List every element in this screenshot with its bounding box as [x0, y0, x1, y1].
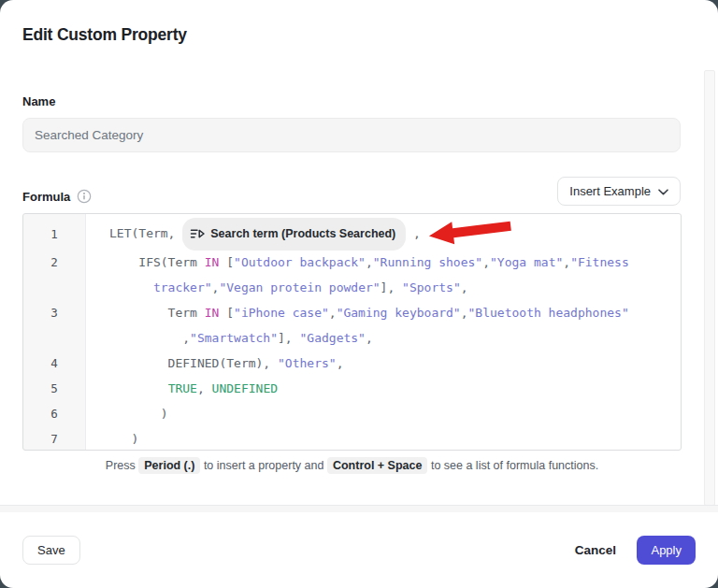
code-token: "Fitness: [570, 255, 629, 269]
code-token: "iPhone case": [234, 306, 329, 320]
code-token: UNDEFINED: [212, 381, 278, 395]
code-token: ,: [366, 255, 373, 269]
code-token: [: [219, 306, 234, 320]
line-number: 1: [23, 218, 85, 250]
code-line: Term IN ["iPhone case","Gaming keyboard"…: [85, 300, 629, 325]
code-token: ,: [366, 331, 373, 345]
code-token: Term: [109, 306, 205, 320]
line-number: [23, 275, 85, 300]
code-token: "Others": [278, 356, 337, 370]
code-token: ,: [337, 356, 344, 370]
code-token: ,: [109, 331, 190, 345]
code-token: "Yoga mat": [490, 255, 563, 269]
code-token: tracker": [153, 280, 212, 294]
code-row: 7 ): [23, 426, 681, 451]
code-token: DEFINED(Term),: [109, 356, 278, 370]
code-token: ,: [482, 255, 490, 269]
formula-editor[interactable]: 1LET(Term, Search term (Products Searche…: [22, 213, 682, 451]
code-token: ,: [563, 255, 570, 269]
code-token: ],: [381, 280, 402, 294]
code-token: IN: [205, 255, 220, 269]
code-token: "Vegan protein powder": [219, 280, 380, 294]
code-token: ,: [461, 306, 468, 320]
code-token: "Gaming keyboard": [337, 306, 461, 320]
hint-text: to see a list of formula functions.: [427, 459, 598, 472]
code-line: TRUE, UNDEFINED: [85, 376, 278, 401]
kbd-chip: Control + Space: [327, 457, 428, 474]
cancel-button[interactable]: Cancel: [569, 536, 622, 565]
name-input[interactable]: [22, 118, 681, 152]
code-line: DEFINED(Term), "Others",: [85, 351, 343, 376]
code-line: ): [85, 426, 138, 451]
code-token: "Sports": [402, 280, 461, 294]
code-token: [109, 280, 153, 294]
footer-divider: [0, 505, 718, 512]
property-chip[interactable]: Search term (Products Searched): [182, 218, 406, 251]
code-row: 2 IFS(Term IN ["Outdoor backpack","Runni…: [23, 250, 681, 275]
hint-text: Press: [106, 459, 138, 472]
property-chip-label: Search term (Products Searched): [210, 222, 395, 247]
code-token: "Smartwatch": [190, 331, 278, 345]
code-row: 6 ): [23, 401, 681, 426]
code-token: "Gadgets": [300, 331, 366, 345]
code-token: IN: [205, 306, 220, 320]
code-token: [109, 381, 168, 395]
line-number: [23, 325, 85, 351]
save-button[interactable]: Save: [22, 536, 80, 565]
code-line: ,"Smartwatch"], "Gadgets",: [85, 325, 373, 351]
code-row: ,"Smartwatch"], "Gadgets",: [23, 325, 681, 351]
code-token: "Outdoor backpack": [234, 255, 366, 269]
insert-example-button[interactable]: Insert Example: [557, 177, 681, 206]
code-row: 1LET(Term, Search term (Products Searche…: [23, 218, 681, 250]
apply-button[interactable]: Apply: [637, 536, 696, 565]
code-token: ,: [329, 306, 337, 320]
code-token: TRUE: [168, 381, 197, 395]
code-token: ],: [278, 331, 299, 345]
code-token: IFS(Term: [109, 255, 205, 269]
edit-custom-property-dialog: Edit Custom Property Name Formula Insert…: [0, 0, 718, 588]
code-row: tracker","Vegan protein powder"], "Sport…: [23, 275, 681, 300]
formula-hint: Press Period (.) to insert a property an…: [22, 459, 682, 472]
code-token: ): [109, 407, 168, 421]
code-line: ): [85, 401, 168, 426]
code-token: ,: [197, 381, 212, 395]
code-token: ,: [406, 226, 421, 240]
vertical-scrollbar[interactable]: [704, 70, 715, 506]
code-token: [: [219, 255, 234, 269]
dialog-title: Edit Custom Property: [22, 25, 187, 45]
insert-property-icon: [190, 226, 205, 241]
formula-code-rows: 1LET(Term, Search term (Products Searche…: [23, 218, 681, 451]
line-number: 4: [23, 351, 85, 376]
code-token: ): [109, 432, 138, 446]
code-token: "Bluetooth headphones": [468, 306, 629, 320]
code-token: "Running shoes": [373, 255, 482, 269]
chevron-down-icon: [658, 184, 668, 198]
name-label: Name: [22, 94, 55, 108]
code-row: 4 DEFINED(Term), "Others",: [23, 351, 681, 376]
line-number: 2: [23, 250, 85, 275]
code-token: ,: [461, 280, 468, 294]
code-row: 3 Term IN ["iPhone case","Gaming keyboar…: [23, 300, 681, 325]
formula-label: Formula: [22, 190, 70, 204]
line-number: 6: [23, 401, 85, 426]
code-line: LET(Term, Search term (Products Searched…: [85, 217, 512, 251]
code-line: tracker","Vegan protein powder"], "Sport…: [85, 275, 468, 300]
info-icon[interactable]: [77, 189, 92, 204]
code-line: IFS(Term IN ["Outdoor backpack","Running…: [85, 250, 629, 275]
insert-example-label: Insert Example: [569, 184, 651, 198]
code-token: LET(Term,: [109, 226, 182, 240]
hint-text: to insert a property and: [200, 459, 327, 472]
line-number: 7: [23, 426, 85, 451]
kbd-chip: Period (.): [138, 457, 200, 474]
line-number: 3: [23, 300, 85, 325]
line-number: 5: [23, 376, 85, 401]
code-row: 5 TRUE, UNDEFINED: [23, 376, 681, 401]
